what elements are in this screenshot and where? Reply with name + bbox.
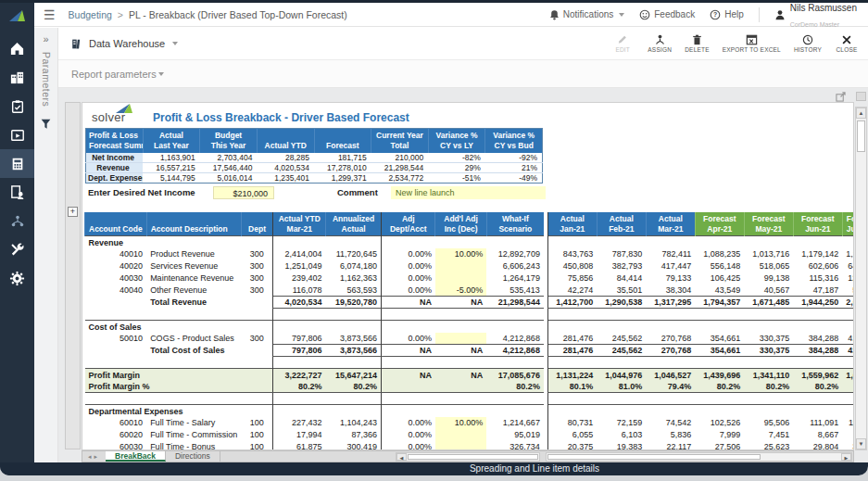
cell: 0.00% xyxy=(382,272,435,285)
content-area: Data Warehouse EDIT ASSIGN DELETE EXPOR xyxy=(58,28,868,462)
cell[interactable] xyxy=(435,272,486,285)
cell xyxy=(744,309,793,321)
help-icon: ? xyxy=(710,9,721,20)
help-button[interactable]: ? Help xyxy=(710,9,744,20)
sheet-tab-nav[interactable]: ◂▸ xyxy=(82,451,106,462)
table-row: Profit Margin %80.2%80.2%80.2% xyxy=(85,381,544,393)
column-header: What-IfScenario xyxy=(486,212,544,236)
expand-panel-icon[interactable]: » xyxy=(43,33,48,44)
sidebar-item-settings[interactable] xyxy=(0,264,34,293)
cell: 300 xyxy=(241,285,273,297)
months-pane-viewport: ActualJan-21ActualFeb-21ActualMar-21Fore… xyxy=(547,212,853,450)
sidebar-item-tasks[interactable] xyxy=(0,92,34,120)
cell xyxy=(435,405,486,417)
cell: 354,661 xyxy=(695,333,744,345)
detail-grid: Account CodeAccount DescriptionDeptActua… xyxy=(84,212,853,450)
left-pane-hscrollbar[interactable]: ◀ xyxy=(396,452,540,462)
cell: 1,26 xyxy=(842,248,853,260)
cell: 4,020,534 xyxy=(273,297,326,309)
scroll-down-icon[interactable]: ▼ xyxy=(856,438,866,449)
corner-widget[interactable] xyxy=(856,92,866,101)
data-source-selector[interactable]: Data Warehouse xyxy=(71,38,178,50)
sidebar-item-admin-tools[interactable] xyxy=(0,235,34,264)
cell xyxy=(382,393,435,405)
cell: 1,013,716 xyxy=(744,248,793,260)
cell xyxy=(695,393,744,405)
desired-net-income-input[interactable]: $210,000 xyxy=(213,186,274,199)
table-row xyxy=(547,321,853,333)
sidebar-item-integrations[interactable] xyxy=(0,207,34,235)
cell: 6,103 xyxy=(597,429,646,441)
breadcrumb-section[interactable]: Budgeting xyxy=(69,9,112,20)
sheet-footer: ◂▸ BreakBack Directions ◀ ▶ xyxy=(82,450,854,462)
rail-bottom xyxy=(0,462,34,475)
sidebar-item-reporting[interactable] xyxy=(0,120,34,149)
filter-icon[interactable] xyxy=(40,118,52,130)
tab-directions[interactable]: Directions xyxy=(166,451,220,462)
history-button[interactable]: HISTORY xyxy=(794,34,822,53)
export-to-excel-button[interactable]: EXPORT TO EXCEL xyxy=(723,34,781,53)
cell: 1,046,527 xyxy=(646,369,695,381)
cell: 281,476 xyxy=(547,345,597,357)
edit-button[interactable]: EDIT xyxy=(610,34,635,53)
open-external-icon[interactable] xyxy=(836,92,846,102)
table-row xyxy=(547,405,853,417)
cell xyxy=(435,381,486,393)
cell[interactable]: 10.00% xyxy=(435,417,486,429)
cell[interactable] xyxy=(435,333,486,345)
comment-input[interactable]: New line launch xyxy=(391,186,546,199)
cell: 40020 xyxy=(85,260,147,272)
close-button[interactable]: CLOSE xyxy=(835,34,859,53)
data-warehouse-icon xyxy=(71,38,83,50)
cell[interactable] xyxy=(435,429,486,441)
cell: 3 xyxy=(842,441,853,450)
scroll-right-icon[interactable]: ▶ xyxy=(841,453,851,461)
menu-icon[interactable]: ☰ xyxy=(44,8,56,21)
right-pane-hscrollbar[interactable]: ▶ xyxy=(546,452,852,462)
sidebar-item-organization[interactable] xyxy=(0,63,34,92)
vertical-scroll-thumb[interactable] xyxy=(857,120,865,152)
cell: 100 xyxy=(241,417,273,429)
chevron-down-icon xyxy=(172,42,178,45)
sidebar-item-home[interactable] xyxy=(0,34,34,63)
spreading-panel-toggle[interactable]: Spreading and Line item details xyxy=(470,463,599,474)
cell xyxy=(85,345,147,357)
cell[interactable] xyxy=(435,441,486,450)
vertical-scrollbar[interactable]: ▲ ▼ xyxy=(855,107,867,450)
cell: 1,162,363 xyxy=(326,272,382,285)
sidebar-item-budgeting[interactable] xyxy=(0,149,34,178)
scroll-up-icon[interactable]: ▲ xyxy=(856,108,866,119)
solver-logo-icon[interactable] xyxy=(0,3,34,28)
cell: 80,731 xyxy=(547,417,597,429)
tab-breakback[interactable]: BreakBack xyxy=(106,451,166,462)
user-icon xyxy=(774,9,786,20)
cell: 563,593 xyxy=(326,285,382,297)
cell xyxy=(486,357,544,369)
scroll-left-icon[interactable]: ◀ xyxy=(396,453,407,461)
column-header: Account Code xyxy=(85,212,147,236)
cell[interactable]: -5.00% xyxy=(435,285,486,297)
cell xyxy=(597,309,646,321)
notifications-button[interactable]: Notifications xyxy=(549,9,624,20)
feedback-button[interactable]: Feedback xyxy=(639,9,695,20)
user-menu[interactable]: Nils Rasmussen CorDemo Master xyxy=(774,0,857,30)
cell: Profit Margin xyxy=(85,369,273,381)
cell: 11,720,645 xyxy=(326,248,382,260)
cell xyxy=(744,236,793,248)
cell: 535,413 xyxy=(486,285,544,297)
delete-button[interactable]: DELETE xyxy=(685,34,710,53)
cell xyxy=(435,357,486,369)
cell xyxy=(273,236,326,248)
cell[interactable] xyxy=(435,260,486,272)
report-parameters-toggle[interactable]: Report parameters xyxy=(58,59,868,88)
expand-group-button[interactable]: + xyxy=(68,207,78,217)
assign-button[interactable]: ASSIGN xyxy=(648,34,672,53)
sidebar-item-publisher[interactable] xyxy=(0,178,34,207)
cell: 84,414 xyxy=(597,272,646,285)
cell xyxy=(486,236,544,248)
column-header: ActualMar-21 xyxy=(646,212,695,236)
cell: 556,148 xyxy=(695,260,744,272)
cell: 782,411 xyxy=(646,248,695,260)
cell[interactable]: 10.00% xyxy=(435,248,486,260)
cell: COGS - Product Sales xyxy=(146,333,241,345)
